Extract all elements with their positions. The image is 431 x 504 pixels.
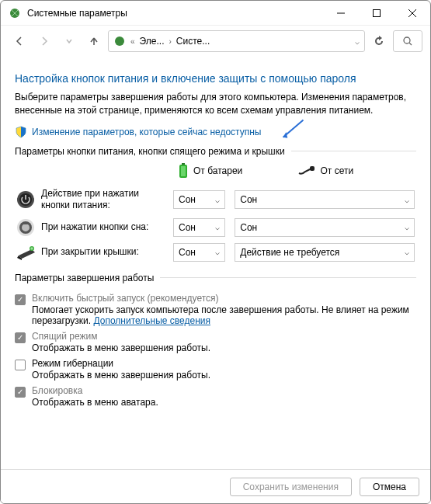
refresh-button[interactable] [368, 30, 390, 52]
option-sleep: ✓ Спящий режим Отображать в меню заверше… [15, 328, 416, 355]
select-value: Сон [179, 194, 196, 205]
row-lid-close: При закрытии крышки: Сон⌵ Действие не тр… [15, 240, 416, 265]
svg-rect-11 [310, 166, 315, 171]
chevron-down-icon: ⌵ [405, 248, 409, 256]
chevron-down-icon: ⌵ [405, 196, 409, 204]
divider [160, 277, 416, 278]
search-icon [402, 36, 413, 47]
option-hibernate: Режим гибернации Отображать в меню завер… [15, 355, 416, 382]
annotation-arrow-icon [275, 118, 311, 146]
col-ac-label: От сети [321, 165, 354, 176]
content-area: Настройка кнопок питания и включение защ… [1, 57, 430, 469]
power-icon [16, 190, 38, 209]
window-buttons [323, 1, 430, 26]
power-settings-table: Действие при нажатии кнопки питания: Сон… [15, 185, 416, 265]
column-headers: От батареи От сети [178, 163, 416, 179]
section-shutdown-heading: Параметры завершения работы [15, 273, 154, 283]
chevron-down-icon: ⌵ [215, 223, 220, 231]
option-desc: Отображать в меню завершения работы. [32, 342, 416, 353]
change-unavailable-link[interactable]: Изменение параметров, которые сейчас нед… [32, 127, 262, 137]
intro-text: Выберите параметры завершения работы для… [15, 91, 416, 118]
select-value: Сон [179, 222, 196, 233]
svg-line-7 [409, 43, 412, 45]
option-title: Спящий режим [32, 331, 416, 342]
option-title: Блокировка [32, 385, 416, 396]
svg-rect-2 [374, 9, 381, 16]
laptop-lid-icon [16, 245, 38, 260]
select-value: Действие не требуется [240, 247, 339, 258]
select-value: Сон [240, 194, 257, 205]
navigation-row: « Эле... › Систе... ⌵ [1, 26, 430, 57]
control-panel-icon [113, 35, 126, 47]
option-lock: ✓ Блокировка Отображать в меню аватара. [15, 382, 416, 409]
select-value: Сон [179, 247, 196, 258]
svg-rect-8 [182, 163, 185, 165]
recent-button[interactable] [58, 30, 80, 52]
shutdown-options: ✓ Включить быстрый запуск (рекомендуется… [15, 290, 416, 409]
page-title: Настройка кнопок питания и включение защ… [15, 72, 416, 85]
svg-rect-10 [181, 166, 186, 176]
col-battery-label: От батареи [193, 165, 242, 176]
section-buttons-heading: Параметры кнопки питания, кнопки спящего… [15, 146, 285, 157]
desc-text: Помогает ускорить запуск компьютера посл… [32, 304, 409, 326]
sleep-ac-select[interactable]: Сон⌵ [235, 218, 415, 237]
row-label: При нажатии кнопки сна: [40, 215, 172, 240]
back-button[interactable] [9, 30, 30, 52]
forward-button[interactable] [33, 30, 55, 52]
sleep-icon [16, 218, 38, 237]
maximize-button[interactable] [359, 1, 395, 26]
checkbox[interactable]: ✓ [15, 332, 26, 343]
chevron-down-icon: ⌵ [405, 223, 409, 231]
shield-icon [15, 126, 27, 138]
power-ac-select[interactable]: Сон⌵ [235, 190, 415, 209]
app-icon [9, 7, 21, 19]
option-desc: Отображать в меню аватара. [32, 397, 416, 408]
checkbox[interactable] [15, 360, 26, 370]
battery-icon [178, 163, 189, 179]
row-label: Действие при нажатии кнопки питания: [40, 185, 172, 215]
svg-point-5 [115, 36, 124, 46]
close-button[interactable] [395, 1, 430, 26]
lid-ac-select[interactable]: Действие не требуется⌵ [235, 243, 415, 262]
sleep-battery-select[interactable]: Сон⌵ [173, 218, 225, 237]
titlebar: Системные параметры [1, 1, 430, 26]
option-desc: Помогает ускорить запуск компьютера посл… [32, 304, 416, 326]
option-title: Режим гибернации [32, 358, 416, 369]
breadcrumb-item[interactable]: Эле... [140, 36, 165, 47]
minimize-button[interactable] [323, 1, 359, 26]
chevron-icon: « [130, 37, 135, 46]
save-button[interactable]: Сохранить изменения [230, 478, 352, 496]
breadcrumb-item[interactable]: Систе... [176, 36, 210, 47]
window-title: Системные параметры [27, 8, 323, 19]
plug-icon [297, 165, 316, 176]
checkbox[interactable]: ✓ [15, 387, 26, 398]
option-fast-startup: ✓ Включить быстрый запуск (рекомендуется… [15, 290, 416, 328]
address-bar[interactable]: « Эле... › Систе... ⌵ [108, 30, 365, 52]
lid-battery-select[interactable]: Сон⌵ [173, 243, 225, 262]
up-button[interactable] [83, 30, 105, 52]
search-box[interactable] [393, 30, 422, 52]
cancel-button[interactable]: Отмена [360, 478, 419, 496]
option-desc: Отображать в меню завершения работы. [32, 370, 416, 381]
footer: Сохранить изменения Отмена [1, 469, 430, 503]
svg-point-6 [404, 37, 410, 43]
row-power-button: Действие при нажатии кнопки питания: Сон… [15, 185, 416, 215]
checkbox[interactable]: ✓ [15, 294, 26, 305]
chevron-right-icon: › [169, 37, 171, 46]
row-sleep-button: При нажатии кнопки сна: Сон⌵ Сон⌵ [15, 215, 416, 240]
more-info-link[interactable]: Дополнительные сведения [93, 315, 210, 326]
select-value: Сон [240, 222, 257, 233]
chevron-down-icon[interactable]: ⌵ [355, 37, 360, 46]
chevron-down-icon: ⌵ [215, 196, 220, 204]
power-battery-select[interactable]: Сон⌵ [173, 190, 225, 209]
chevron-down-icon: ⌵ [215, 248, 220, 256]
row-label: При закрытии крышки: [40, 240, 172, 265]
divider [291, 151, 416, 151]
option-title: Включить быстрый запуск (рекомендуется) [32, 293, 416, 304]
